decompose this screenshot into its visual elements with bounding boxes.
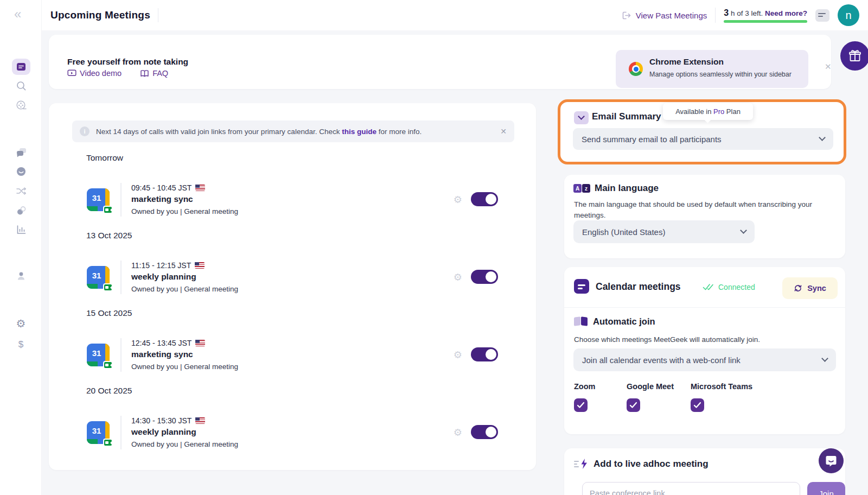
chrome-extension-card[interactable]: Chrome Extension Manage options seamless… <box>616 50 808 88</box>
support-chat-fab[interactable] <box>819 448 844 473</box>
chevron-down-icon <box>819 134 826 141</box>
meeting-meta: Owned by you | General meeting <box>131 207 238 215</box>
calendar-meetings-card: Calendar meetings Connected Sync Automat… <box>564 267 845 434</box>
sidebar-item-billing[interactable]: $ <box>0 339 42 350</box>
record-toggle[interactable] <box>471 425 498 439</box>
faq-link[interactable]: FAQ <box>140 69 168 78</box>
calendar-day-number: 31 <box>90 426 104 435</box>
toggle-knob <box>486 427 496 437</box>
lightning-bolt-icon <box>574 459 589 469</box>
meeting-title: weekly planning <box>131 272 238 282</box>
platform-checkbox[interactable] <box>574 398 588 412</box>
sidebar-item-settings[interactable]: ⚙ <box>0 317 42 330</box>
smiley-icon <box>15 166 27 177</box>
meetings-calendar-icon <box>12 59 30 75</box>
sidebar-item-sentiment[interactable] <box>0 166 42 177</box>
this-guide-link[interactable]: this guide <box>342 128 376 136</box>
conference-link-input[interactable] <box>582 482 800 495</box>
email-summary-dropdown[interactable]: Send summary email to all participants <box>573 128 833 150</box>
info-icon: i <box>80 126 90 136</box>
banner-close-icon[interactable]: ✕ <box>825 62 832 72</box>
dollar-icon: $ <box>18 339 23 350</box>
topbar-divider <box>715 8 716 23</box>
rewards-gift-button[interactable] <box>840 41 868 71</box>
adhoc-meeting-card: Add to live adhoc meeting Join <box>564 448 845 495</box>
sidebar-item-search[interactable] <box>0 80 42 92</box>
meeting-group: 15 Oct 2025 31 12:45 - 13:45 JST marketi… <box>49 308 536 372</box>
main-language-description: The main language that should be used by… <box>574 199 835 220</box>
sidebar-item-insights[interactable] <box>0 224 42 236</box>
item-divider <box>120 261 122 294</box>
email-summary-icon <box>574 111 589 124</box>
meeting-row[interactable]: 31 12:45 - 13:45 JST marketing sync Owne… <box>87 338 498 372</box>
need-more-link[interactable]: Need more? <box>765 9 807 17</box>
quota-value: 3 <box>724 8 729 17</box>
sidebar-item-team[interactable] <box>0 270 42 282</box>
sidebar-item-chats[interactable] <box>0 147 42 158</box>
automatic-join-description: Choose which meetings MeetGeek will auto… <box>574 334 834 345</box>
google-calendar-icon: 31 <box>87 188 110 211</box>
page-title: Upcoming Meetings <box>50 9 150 21</box>
view-past-meetings-button[interactable]: View Past Meetings <box>621 10 707 21</box>
pro-plan-tooltip: Available in Pro Plan <box>663 103 753 120</box>
chevron-down-icon <box>821 355 828 362</box>
platform-label: Google Meet <box>627 382 691 391</box>
meeting-settings-gear-icon[interactable]: ⚙ <box>454 349 462 360</box>
chat-bubbles-icon <box>15 147 27 158</box>
meeting-settings-gear-icon[interactable]: ⚙ <box>454 427 462 438</box>
meeting-settings-gear-icon[interactable]: ⚙ <box>454 271 462 283</box>
google-calendar-icon: 31 <box>87 344 110 366</box>
feedback-chat-icon[interactable] <box>815 9 829 22</box>
meeting-time-text: 11:15 - 12:15 JST <box>131 261 191 270</box>
group-label: Tomorrow <box>86 153 498 163</box>
translate-icon: Az <box>573 183 590 193</box>
google-calendar-icon: 31 <box>87 421 110 444</box>
us-flag-icon <box>195 417 205 424</box>
platform-checkbox[interactable] <box>627 398 640 412</box>
automatic-join-dropdown[interactable]: Join all calendar events with a web-conf… <box>573 348 836 371</box>
sidebar-item-recordings[interactable] <box>0 99 42 111</box>
meeting-time: 12:45 - 13:45 JST <box>131 339 238 347</box>
meeting-row[interactable]: 31 09:45 - 10:45 JST marketing sync Owne… <box>87 183 498 217</box>
platform-grid: ZoomGoogle MeetMicrosoft Teams <box>574 382 752 412</box>
calendar-meetings-title: Calendar meetings <box>596 281 681 293</box>
item-divider <box>120 416 122 449</box>
meeting-row[interactable]: 31 14:30 - 15:30 JST weekly planning Own… <box>87 416 498 449</box>
platform-label: Microsoft Teams <box>691 382 752 391</box>
collapse-sidebar-icon[interactable]: « <box>14 8 21 21</box>
meeting-title: weekly planning <box>131 427 238 437</box>
sidebar-item-meetings[interactable] <box>0 59 42 75</box>
record-toggle[interactable] <box>471 347 498 361</box>
title-divider <box>158 8 158 22</box>
email-summary-title: Email Summary <box>592 111 661 122</box>
record-toggle[interactable] <box>471 270 498 284</box>
platform-checkbox[interactable] <box>691 398 704 412</box>
video-icon <box>67 69 76 78</box>
check-icon <box>577 402 585 409</box>
sync-button[interactable]: Sync <box>782 277 838 299</box>
chrome-extension-title: Chrome Extension <box>649 57 724 67</box>
calendar-day-number: 31 <box>90 271 104 280</box>
toggle-knob <box>486 194 496 205</box>
sidebar-item-topics[interactable] <box>0 205 42 217</box>
group-label: 20 Oct 2025 <box>86 386 498 396</box>
shuffle-icon <box>15 185 27 197</box>
record-toggle[interactable] <box>471 192 498 206</box>
google-calendar-icon: 31 <box>87 266 110 289</box>
exit-icon <box>621 10 631 21</box>
sidebar: « ⚙ $ <box>0 0 42 495</box>
info-close-icon[interactable]: ✕ <box>500 127 507 136</box>
avatar[interactable]: n <box>838 4 859 26</box>
video-demo-link[interactable]: Video demo <box>67 69 122 78</box>
main-language-dropdown[interactable]: English (United States) <box>573 220 755 243</box>
join-button[interactable]: Join <box>807 482 845 495</box>
meeting-settings-gear-icon[interactable]: ⚙ <box>454 194 462 205</box>
sidebar-item-workflows[interactable] <box>0 185 42 197</box>
check-icon <box>693 402 701 409</box>
chrome-logo-icon <box>629 62 643 76</box>
google-meet-icon <box>103 361 113 369</box>
google-meet-icon <box>103 283 113 291</box>
view-past-meetings-label: View Past Meetings <box>636 11 707 20</box>
meeting-meta: Owned by you | General meeting <box>131 363 238 371</box>
meeting-row[interactable]: 31 11:15 - 12:15 JST weekly planning Own… <box>87 261 498 294</box>
